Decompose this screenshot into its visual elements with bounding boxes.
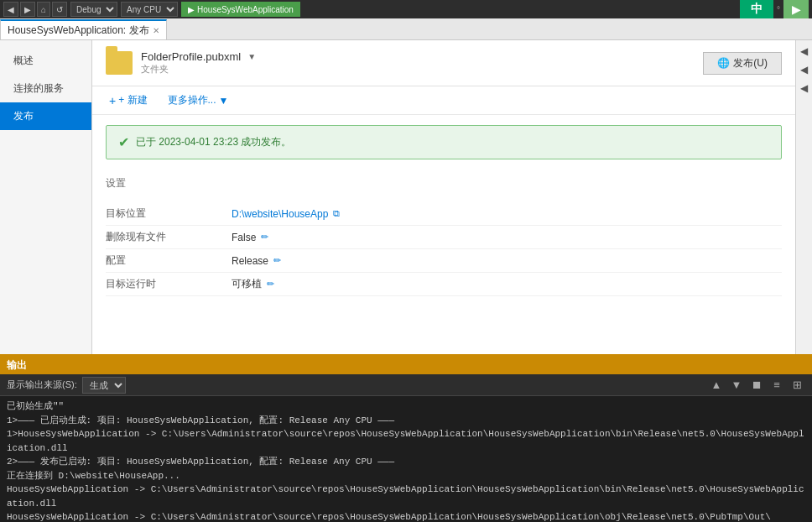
right-panel: ◀ ◀ ◀: [795, 40, 812, 354]
lang-button[interactable]: 中: [740, 0, 773, 18]
settings-row-config: 配置 Release ✏: [106, 249, 782, 273]
settings-title: 设置: [106, 176, 782, 194]
top-right: 中 ° ▶: [740, 0, 809, 18]
output-wrap-btn[interactable]: ⊞: [789, 377, 805, 394]
output-down-btn[interactable]: ▼: [728, 377, 745, 394]
output-stop-btn[interactable]: ⏹: [748, 377, 765, 394]
publish-icon: 🌐: [717, 57, 730, 69]
settings-row-runtime: 目标运行时 可移植 ✏: [106, 273, 782, 296]
delete-existing-value: False ✏: [232, 232, 782, 243]
output-line-3: 2>——— 发布已启动: 项目: HouseSysWebApplication,…: [7, 455, 805, 469]
settings-table: 目标位置 D:\website\HouseApp ⧉ 删除现有文件 False …: [106, 202, 782, 296]
output-line-5: HouseSysWebApplication -> C:\Users\Admin…: [7, 483, 805, 510]
runtime-label: 目标运行时: [106, 277, 232, 291]
profile-dropdown-arrow[interactable]: ▼: [247, 52, 256, 61]
profile-name: FolderProfile.pubxml: [141, 50, 241, 63]
runtime-text: 可移植: [232, 277, 262, 291]
delete-existing-text: False: [232, 232, 256, 243]
more-dropdown-arrow: ▼: [219, 95, 229, 107]
settings-row-target-location: 目标位置 D:\website\HouseApp ⧉: [106, 202, 782, 226]
more-actions-button[interactable]: 更多操作... ▼: [164, 91, 232, 109]
config-text: Release: [232, 255, 268, 267]
output-line-0: 已初始生成"": [7, 399, 805, 414]
main-tab[interactable]: HouseSysWebApplication: 发布 ✕: [0, 19, 167, 39]
home-button[interactable]: ⌂: [37, 2, 50, 17]
arrow-button[interactable]: ▶: [783, 0, 809, 18]
target-location-value: D:\website\HouseApp ⧉: [232, 208, 782, 220]
edit-config-icon[interactable]: ✏: [273, 255, 281, 266]
output-header: 输出: [0, 356, 812, 374]
output-line-2: 1>HouseSysWebApplication -> C:\Users\Adm…: [7, 427, 805, 455]
tab-title: HouseSysWebApplication: 发布: [8, 23, 149, 38]
right-panel-mid-btn[interactable]: ◀: [797, 62, 812, 77]
content-panel: FolderProfile.pubxml ▼ 文件夹 🌐 发布(U) + + 新…: [92, 40, 795, 354]
content-header: FolderProfile.pubxml ▼ 文件夹 🌐 发布(U): [92, 40, 795, 86]
config-label: 配置: [106, 253, 232, 268]
sidebar: 概述 连接的服务 发布: [0, 40, 92, 354]
edit-runtime-icon[interactable]: ✏: [267, 279, 274, 290]
output-clear-btn[interactable]: ≡: [768, 377, 785, 394]
folder-icon: [106, 51, 133, 75]
content-toolbar: + + 新建 更多操作... ▼: [92, 86, 795, 115]
output-toolbar: 显示输出来源(S): 生成 ▲ ▼ ⏹ ≡ ⊞: [0, 374, 812, 396]
profile-sub: 文件夹: [141, 63, 256, 76]
edit-delete-icon[interactable]: ✏: [261, 232, 268, 243]
refresh-button[interactable]: ↺: [52, 2, 67, 17]
header-left: FolderProfile.pubxml ▼ 文件夹: [106, 50, 256, 76]
target-location-label: 目标位置: [106, 206, 232, 221]
run-button[interactable]: ▶ HouseSysWebApplication: [181, 2, 300, 17]
output-line-4: 正在连接到 D:\website\HouseApp...: [7, 469, 805, 483]
output-source-select[interactable]: 生成: [82, 377, 126, 394]
target-location-path: D:\website\HouseApp: [232, 208, 328, 220]
sidebar-item-overview[interactable]: 概述: [0, 47, 91, 75]
debug-select[interactable]: Debug: [70, 2, 117, 17]
settings-row-delete-existing: 删除现有文件 False ✏: [106, 226, 782, 249]
forward-button[interactable]: ▶: [20, 2, 35, 17]
delete-existing-label: 删除现有文件: [106, 230, 232, 244]
copy-icon[interactable]: ⧉: [333, 208, 340, 219]
success-banner: ✔ 已于 2023-04-01 23:23 成功发布。: [106, 125, 782, 159]
output-title: 输出: [7, 358, 27, 373]
output-content[interactable]: 已初始生成"" 1>——— 已启动生成: 项目: HouseSysWebAppl…: [0, 396, 812, 522]
output-area: 输出 显示输出来源(S): 生成 ▲ ▼ ⏹ ≡ ⊞ 已初始生成"" 1>———…: [0, 354, 812, 522]
runtime-value: 可移植 ✏: [232, 277, 782, 291]
config-value: Release ✏: [232, 255, 782, 267]
publish-button[interactable]: 🌐 发布(U): [703, 52, 782, 75]
right-panel-bot-btn[interactable]: ◀: [797, 81, 812, 96]
settings-section: 设置 目标位置 D:\website\HouseApp ⧉ 删除现有文件 Fal…: [92, 170, 795, 310]
profile-info: FolderProfile.pubxml ▼ 文件夹: [141, 50, 256, 76]
sidebar-item-publish[interactable]: 发布: [0, 102, 91, 130]
new-button[interactable]: + + 新建: [106, 91, 151, 109]
output-toolbar-icons: ▲ ▼ ⏹ ≡ ⊞: [708, 377, 805, 394]
play-icon: ▶: [188, 5, 195, 14]
top-bar: ◀ ▶ ⌂ ↺ Debug Any CPU ▶ HouseSysWebAppli…: [0, 0, 812, 18]
tab-bar: HouseSysWebApplication: 发布 ✕: [0, 18, 812, 40]
output-line-1: 1>——— 已启动生成: 项目: HouseSysWebApplication,…: [7, 414, 805, 428]
success-icon: ✔: [118, 134, 129, 150]
tab-close-button[interactable]: ✕: [153, 26, 159, 35]
nav-buttons: ◀ ▶ ⌂ ↺: [3, 2, 67, 17]
output-up-btn[interactable]: ▲: [708, 377, 725, 394]
banner-text: 已于 2023-04-01 23:23 成功发布。: [136, 135, 291, 149]
right-panel-top-btn[interactable]: ◀: [797, 44, 812, 59]
show-output-label: 显示输出来源(S):: [7, 378, 77, 391]
output-line-6: HouseSysWebApplication -> C:\Users\Admin…: [7, 510, 805, 522]
back-button[interactable]: ◀: [3, 2, 18, 17]
cpu-select[interactable]: Any CPU: [121, 2, 178, 17]
dots-indicator: °: [777, 5, 780, 14]
main-area: 概述 连接的服务 发布 FolderProfile.pubxml ▼ 文件夹: [0, 40, 812, 354]
plus-icon: +: [109, 94, 116, 107]
sidebar-item-connected-services[interactable]: 连接的服务: [0, 75, 91, 102]
